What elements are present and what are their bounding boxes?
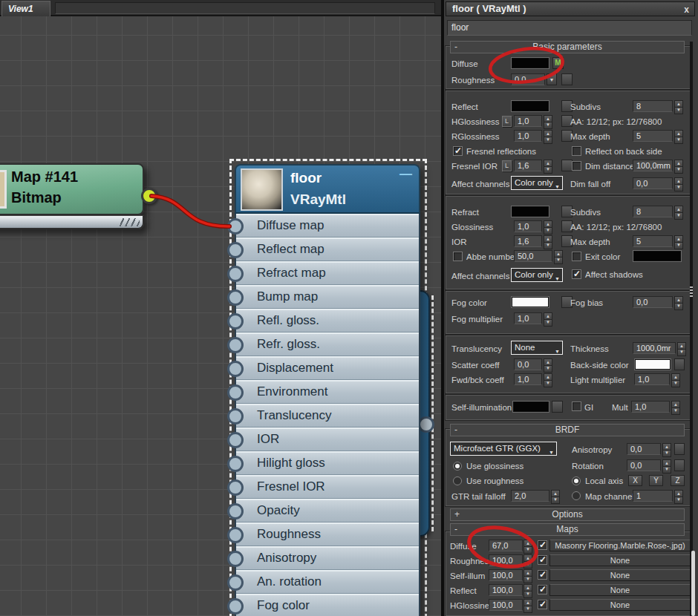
map-enabled-checkbox[interactable] xyxy=(538,600,547,609)
glossiness-input[interactable]: 1,0 xyxy=(514,220,542,232)
self-illumination-swatch[interactable] xyxy=(512,401,549,413)
reflect-color-swatch[interactable] xyxy=(511,100,549,112)
map-enabled-checkbox[interactable] xyxy=(538,555,547,565)
translucency-dropdown[interactable]: None xyxy=(511,341,563,355)
abbe-number-spinner[interactable] xyxy=(554,250,563,263)
axis-y-button[interactable]: Y xyxy=(649,475,663,486)
diffuse-color-swatch[interactable] xyxy=(511,57,549,69)
map-assignment-button[interactable]: None xyxy=(549,554,691,566)
material-name-input[interactable]: floor xyxy=(447,20,692,36)
bitmap-node-footer[interactable] xyxy=(0,215,144,229)
map-channel-spinner[interactable] xyxy=(674,490,683,502)
refract-color-swatch[interactable] xyxy=(511,206,549,217)
scatter-coeff-input[interactable]: 0,0 xyxy=(514,358,542,370)
map-assignment-button[interactable]: None xyxy=(549,569,691,581)
node-graph-canvas[interactable]: Map #141 Bitmap floor VRayMtl — xyxy=(0,16,443,616)
fog-multiplier-spinner[interactable] xyxy=(544,312,552,325)
glossiness-spinner[interactable] xyxy=(544,220,552,233)
node-slot[interactable]: IOR xyxy=(236,427,419,451)
node-slot[interactable]: Diffuse map xyxy=(236,214,419,237)
reflect-max-depth-input[interactable]: 5 xyxy=(633,130,673,142)
rollout-options[interactable]: + Options xyxy=(450,508,685,521)
map-amount-spinner[interactable] xyxy=(524,599,532,612)
map-amount-spinner[interactable] xyxy=(524,540,532,552)
hglossiness-input[interactable]: 1,0 xyxy=(514,115,542,127)
abbe-number-checkbox[interactable] xyxy=(453,252,463,261)
thickness-input[interactable]: 1000,0mr xyxy=(633,342,676,354)
map-amount-input[interactable]: 100,0 xyxy=(489,554,523,566)
node-slot[interactable]: Refr. gloss. xyxy=(236,332,419,356)
slot-input-socket[interactable] xyxy=(227,574,244,591)
map-amount-spinner[interactable] xyxy=(524,569,532,582)
self-illumination-map-slot-button[interactable] xyxy=(552,401,563,413)
exit-color-checkbox[interactable] xyxy=(572,252,581,261)
slot-input-socket[interactable] xyxy=(227,337,244,353)
rotation-spinner[interactable] xyxy=(662,459,671,472)
gtr-tail-falloff-spinner[interactable] xyxy=(551,490,560,502)
refract-affect-channels-dropdown[interactable]: Color only xyxy=(511,268,563,282)
refract-subdivs-input[interactable]: 8 xyxy=(633,206,673,217)
thickness-spinner[interactable] xyxy=(677,342,686,355)
node-vraymtl[interactable]: floor VRayMtl — Diffuse map Reflect map xyxy=(235,164,420,616)
node-slot[interactable]: An. rotation xyxy=(236,570,419,594)
rollout-brdf[interactable]: - BRDF xyxy=(450,424,685,436)
fog-multiplier-input[interactable]: 1,0 xyxy=(514,312,542,324)
mult-spinner[interactable] xyxy=(671,401,680,413)
fresnel-ior-spinner[interactable] xyxy=(544,160,552,172)
panel-title-bar[interactable]: floor ( VRayMtl ) x xyxy=(446,1,695,16)
dim-falloff-spinner[interactable] xyxy=(674,177,683,190)
node-slot[interactable]: Translucency xyxy=(236,404,419,427)
rotation-map-slot-button[interactable] xyxy=(674,459,685,471)
map-amount-input[interactable]: 100,0 xyxy=(489,599,523,611)
slot-input-socket[interactable] xyxy=(227,527,244,543)
fog-bias-input[interactable]: 0,0 xyxy=(633,296,673,308)
slot-input-socket[interactable] xyxy=(227,598,244,615)
map-enabled-checkbox[interactable] xyxy=(538,585,547,594)
node-slot[interactable]: Environment xyxy=(236,380,419,404)
scatter-coeff-spinner[interactable] xyxy=(544,358,552,371)
rglossiness-input[interactable]: 1,0 xyxy=(514,130,542,142)
slot-input-socket[interactable] xyxy=(227,503,244,520)
fresnel-ior-input[interactable]: 1,6 xyxy=(514,160,542,171)
reflect-subdivs-spinner[interactable] xyxy=(674,100,683,113)
node-slot[interactable]: Anisotropy xyxy=(236,546,419,570)
rollout-basic-parameters[interactable]: - Basic parameters xyxy=(450,41,685,53)
node-slot[interactable]: Refract map xyxy=(236,261,419,285)
node-slot[interactable]: Hilight gloss xyxy=(236,451,419,475)
affect-shadows-checkbox[interactable] xyxy=(572,269,581,279)
fwdbck-coeff-input[interactable]: 1,0 xyxy=(514,373,542,385)
light-multiplier-spinner[interactable] xyxy=(671,373,680,386)
node-slot[interactable]: Opacity xyxy=(236,499,419,522)
slot-input-socket[interactable] xyxy=(227,313,244,330)
map-amount-spinner[interactable] xyxy=(524,554,532,567)
close-icon[interactable]: x xyxy=(684,3,689,16)
reflect-affect-channels-dropdown[interactable]: Color only xyxy=(511,176,563,190)
node-slot[interactable]: Bump map xyxy=(236,285,419,309)
slot-input-socket[interactable] xyxy=(227,432,244,448)
collapse-node-icon[interactable]: — xyxy=(399,167,412,182)
map-channel-input[interactable]: 1 xyxy=(633,490,673,502)
diffuse-map-button[interactable]: M xyxy=(552,57,564,69)
dim-falloff-input[interactable]: 0,0 xyxy=(633,177,673,189)
reflect-max-depth-spinner[interactable] xyxy=(674,130,683,142)
dim-distance-input[interactable]: 100,0mm xyxy=(633,160,673,171)
hglossiness-lock-button[interactable]: L xyxy=(502,116,512,127)
ior-spinner[interactable] xyxy=(544,235,552,248)
fresnel-ior-map-slot-button[interactable] xyxy=(561,160,573,171)
roughness-spinner[interactable]: ▼ xyxy=(547,73,557,85)
map-assignment-button[interactable]: None xyxy=(549,599,691,611)
slot-input-socket[interactable] xyxy=(227,361,244,377)
map-enabled-checkbox[interactable] xyxy=(538,570,547,580)
slot-input-socket[interactable] xyxy=(227,384,244,401)
axis-z-button[interactable]: Z xyxy=(671,475,685,486)
node-slot[interactable]: Reflect map xyxy=(236,237,419,261)
reflect-back-side-checkbox[interactable] xyxy=(572,146,581,156)
refract-max-depth-input[interactable]: 5 xyxy=(633,235,673,247)
gi-checkbox[interactable] xyxy=(572,402,581,411)
reflect-subdivs-input[interactable]: 8 xyxy=(633,100,673,112)
refract-subdivs-spinner[interactable] xyxy=(674,206,683,218)
map-amount-input[interactable]: 100,0 xyxy=(489,584,523,596)
map-assignment-button[interactable]: Masonry Flooring.Marble.Rose-.jpg) xyxy=(549,540,691,551)
collapse-minus-icon[interactable]: - xyxy=(454,42,457,53)
roughness-input[interactable]: 0,0 xyxy=(511,73,545,85)
